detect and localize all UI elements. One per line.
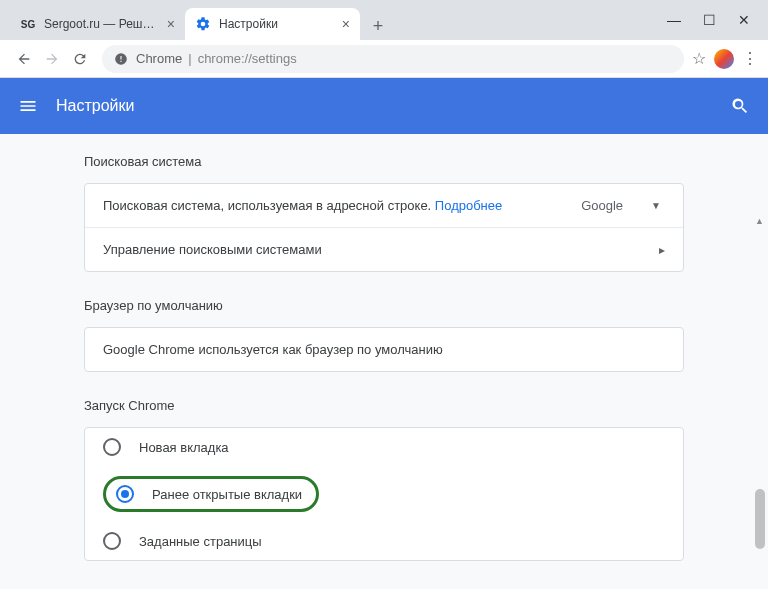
section-title: Поисковая система — [84, 154, 684, 183]
tab-close-icon[interactable]: × — [167, 16, 175, 32]
startup-option-new-tab[interactable]: Новая вкладка — [85, 428, 683, 466]
forward-button[interactable] — [38, 45, 66, 73]
tab-sergoot[interactable]: SG Sergoot.ru — Решение ваших п.. × — [10, 8, 185, 40]
kebab-menu-icon[interactable]: ⋮ — [742, 49, 758, 68]
radio-label: Ранее открытые вкладки — [152, 487, 302, 502]
caret-down-icon: ▼ — [651, 200, 661, 211]
close-window-button[interactable]: ✕ — [738, 12, 750, 28]
tab-title: Sergoot.ru — Решение ваших п.. — [44, 17, 161, 31]
back-button[interactable] — [10, 45, 38, 73]
omnibox[interactable]: Chrome | chrome://settings — [102, 45, 684, 73]
section-title: Браузер по умолчанию — [84, 298, 684, 327]
radio-label: Новая вкладка — [139, 440, 229, 455]
hamburger-menu-icon[interactable] — [18, 96, 38, 116]
new-tab-button[interactable]: + — [364, 12, 392, 40]
dropdown-value: Google — [581, 198, 623, 213]
radio-unchecked-icon — [103, 532, 121, 550]
search-icon[interactable] — [730, 96, 750, 116]
settings-appbar: Настройки — [0, 78, 768, 134]
omnibox-divider: | — [188, 51, 191, 66]
section-on-startup: Запуск Chrome Новая вкладка Ранее открыт… — [84, 398, 684, 561]
startup-option-specific-pages[interactable]: Заданные страницы — [85, 522, 683, 560]
favicon-sergoot: SG — [20, 16, 36, 32]
startup-option-continue[interactable]: Ранее открытые вкладки — [85, 466, 683, 522]
search-engine-dropdown[interactable]: Google ▼ — [581, 198, 665, 213]
chevron-right-icon: ▸ — [659, 243, 665, 257]
radio-checked-icon — [116, 485, 134, 503]
minimize-button[interactable]: — — [667, 12, 681, 28]
appbar-title: Настройки — [56, 97, 730, 115]
settings-content[interactable]: ▲ Поисковая система Поисковая система, и… — [0, 134, 768, 589]
reload-button[interactable] — [66, 45, 94, 73]
scrollbar-thumb[interactable] — [755, 489, 765, 549]
search-engine-label: Поисковая система, используемая в адресн… — [103, 198, 581, 213]
highlight-ring: Ранее открытые вкладки — [103, 476, 319, 512]
site-info-icon[interactable] — [114, 52, 128, 66]
section-title: Запуск Chrome — [84, 398, 684, 427]
profile-avatar[interactable] — [714, 49, 734, 69]
tab-settings[interactable]: Настройки × — [185, 8, 360, 40]
default-browser-row: Google Chrome используется как браузер п… — [85, 328, 683, 371]
manage-search-engines-row[interactable]: Управление поисковыми системами ▸ — [85, 227, 683, 271]
maximize-button[interactable]: ☐ — [703, 12, 716, 28]
omnibox-origin: Chrome — [136, 51, 182, 66]
radio-unchecked-icon — [103, 438, 121, 456]
manage-engines-label: Управление поисковыми системами — [103, 242, 659, 257]
scroll-up-arrow[interactable]: ▲ — [755, 216, 764, 226]
tab-title: Настройки — [219, 17, 336, 31]
learn-more-link[interactable]: Подробнее — [435, 198, 502, 213]
window-controls: — ☐ ✕ — [649, 0, 768, 40]
bookmark-star-icon[interactable]: ☆ — [692, 49, 706, 68]
search-engine-row: Поисковая система, используемая в адресн… — [85, 184, 683, 227]
radio-label: Заданные страницы — [139, 534, 262, 549]
section-search-engine: Поисковая система Поисковая система, исп… — [84, 154, 684, 272]
default-browser-text: Google Chrome используется как браузер п… — [103, 342, 665, 357]
section-default-browser: Браузер по умолчанию Google Chrome испол… — [84, 298, 684, 372]
tab-close-icon[interactable]: × — [342, 16, 350, 32]
toolbar: Chrome | chrome://settings ☆ ⋮ — [0, 40, 768, 78]
settings-gear-icon — [195, 16, 211, 32]
omnibox-url: chrome://settings — [198, 51, 297, 66]
